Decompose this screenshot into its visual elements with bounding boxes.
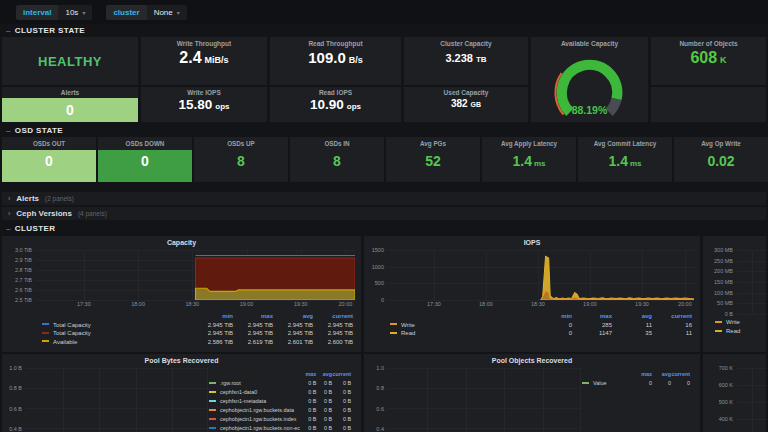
legend-value: 35 (612, 329, 652, 338)
osds-down-panel[interactable]: OSDs DOWN 0 (98, 137, 192, 182)
series-color-dash (209, 400, 216, 402)
series-color-dash (582, 382, 589, 384)
y-tick-label: 1500 (372, 247, 384, 253)
cluster-charts-row-1: Capacity 3.0 TiB2.9 TiB2.8 TiB2.7 TiB2.6… (2, 236, 766, 352)
pool-objects-chart-plot[interactable] (388, 368, 582, 432)
panel-title: Read Throughput (270, 37, 401, 49)
osds-up-panel[interactable]: OSDs UP 8 (194, 137, 288, 182)
legend-series-name[interactable]: cephobjectn1.rgw.buckets.non-ec (209, 424, 300, 432)
chart-plot[interactable] (737, 250, 766, 314)
legend-series-name[interactable]: cephfsn1-metadata (209, 397, 300, 406)
y-tick-label: 0.4 B (9, 426, 22, 432)
cluster-state-panels: HEALTHY Alerts 0 Write Throughput 2.4MiB… (2, 37, 766, 122)
legend-value: 2.945 TiB (233, 321, 273, 330)
pool-objects-recovered-panel[interactable]: Pool Objects Recovered 1.00.80.60.40.20 … (364, 354, 700, 432)
stat-unit: MiB/s (205, 55, 229, 65)
panel-title: Pool Objects Recovered (364, 354, 700, 366)
y-axis: 150010005000 (366, 250, 388, 300)
read-throughput-panel[interactable]: Read Throughput 109.0B/s (270, 37, 401, 85)
osds-out-panel[interactable]: OSDs OUT 0 (2, 137, 96, 182)
legend-series-name[interactable]: Write (715, 318, 766, 327)
available-capacity-gauge-panel[interactable]: Available Capacity 88.19% (531, 37, 648, 122)
empty-panel (651, 87, 766, 122)
y-tick-label: 3.0 TiB (15, 247, 32, 253)
legend-series-name[interactable]: Write (390, 321, 532, 330)
legend-row: .rgw.root0 B0 B0 B (209, 379, 351, 388)
legend-series-name[interactable]: .rgw.root (209, 379, 300, 388)
stat-value: 608 (690, 49, 717, 67)
legend-row: Read011473511 (390, 329, 692, 338)
series-color-dash (42, 340, 49, 342)
chart-plot[interactable] (737, 368, 766, 432)
avg-op-write-panel[interactable]: Avg Op Write 0.02 (674, 137, 768, 182)
legend-series-name[interactable]: Read (390, 329, 532, 338)
legend-series-name[interactable]: cephfsn1-data0 (209, 388, 300, 397)
legend-value: 2.945 TiB (273, 329, 313, 338)
avg-pgs-panel[interactable]: Avg PGs 52 (386, 137, 480, 182)
chart-legend: maxavgcurrentValue000 (582, 368, 694, 432)
interval-variable-dropdown[interactable]: interval 10s ▾ (16, 5, 92, 20)
objects-chart-panel-cut[interactable]: 700 K600 K500 K400 K300 K200 K100 K (703, 354, 766, 432)
stat-value: 10.90 (310, 97, 344, 112)
y-tick-label: 0.6 B (9, 406, 22, 412)
legend-value: 0 B (332, 397, 351, 406)
avg-commit-latency-panel[interactable]: Avg Commit Latency 1.4ms (578, 137, 672, 182)
legend-value: 2.945 TiB (233, 329, 273, 338)
stat-value: 8 (333, 153, 341, 169)
pool-bytes-recovered-panel[interactable]: Pool Bytes Recovered 1.0 B0.8 B0.6 B0.4 … (2, 354, 361, 432)
stat-unit: B/s (349, 55, 363, 65)
panel-title: Read IOPS (270, 87, 401, 97)
legend-series-name[interactable]: cephobjectn1.rgw.buckets.data (209, 406, 300, 415)
x-tick-label: 19:30 (635, 301, 649, 307)
section-header-cluster-state[interactable]: – CLUSTER STATE (0, 24, 768, 36)
iops-chart-panel[interactable]: IOPS 150010005000 17:3018:0018:3019:0019… (364, 236, 700, 352)
panel-title: OSDs OUT (2, 137, 96, 150)
alerts-panel[interactable]: Alerts 0 (2, 87, 138, 122)
chart-legend: minmaxavgcurrentTotal Capacity2.945 TiB2… (2, 310, 361, 348)
x-tick-label: 19:00 (583, 301, 597, 307)
cluster-variable-dropdown[interactable]: cluster None ▾ (106, 5, 186, 20)
section-header-osd-state[interactable]: – OSD STATE (0, 124, 768, 136)
section-header-cluster[interactable]: – CLUSTER (0, 222, 768, 234)
collapsed-section-alerts[interactable]: › Alerts (2 panels) (2, 192, 766, 205)
write-throughput-panel[interactable]: Write Throughput 2.4MiB/s (141, 37, 267, 85)
legend-value: 0 B (332, 379, 351, 388)
panel-count: (2 panels) (45, 195, 74, 202)
y-tick-label: 0.4 (376, 426, 384, 432)
chart-legend: maxavgcurrent.rgw.root0 B0 B0 Bcephfsn1-… (209, 368, 355, 432)
iops-chart-plot[interactable] (388, 250, 694, 300)
legend-series-name[interactable]: Value (582, 379, 633, 388)
chart-legend: minmaxavgcurrentWrite02851116Read0114735… (364, 310, 700, 340)
number-of-objects-panel[interactable]: Number of Objects 608K (651, 37, 766, 85)
capacity-chart-plot[interactable] (36, 250, 355, 300)
read-iops-panel[interactable]: Read IOPS 10.90ops (270, 87, 401, 122)
health-status-panel[interactable]: HEALTHY (2, 37, 138, 85)
series-color-dash (209, 382, 216, 384)
legend-series-name[interactable]: Read (715, 327, 766, 336)
capacity-chart-panel[interactable]: Capacity 3.0 TiB2.9 TiB2.8 TiB2.7 TiB2.6… (2, 236, 361, 352)
throughput-chart-panel-cut[interactable]: 300 MB250 MB200 MB150 MB100 MB50 MB0 B W… (703, 236, 766, 352)
legend-value: 0 B (332, 388, 351, 397)
y-tick-label: 2.7 TiB (15, 277, 32, 283)
used-capacity-panel[interactable]: Used Capacity 382GB (404, 87, 528, 122)
osds-in-panel[interactable]: OSDs IN 8 (290, 137, 384, 182)
panel-title: Avg Op Write (674, 137, 768, 150)
legend-series-name[interactable]: Total Capacity (42, 329, 193, 338)
avg-apply-latency-panel[interactable]: Avg Apply Latency 1.4ms (482, 137, 576, 182)
legend-value: 285 (572, 321, 612, 330)
collapsed-section-ceph-versions[interactable]: › Ceph Versions (4 panels) (2, 207, 766, 220)
pool-bytes-chart-plot[interactable] (26, 368, 209, 432)
legend-series-name[interactable]: Total Capacity (42, 321, 193, 330)
legend-column-header: max (233, 312, 273, 321)
legend-series-name[interactable]: Available (42, 338, 193, 347)
legend-series-name[interactable]: cephobjectn1.rgw.buckets.index (209, 415, 300, 424)
write-iops-panel[interactable]: Write IOPS 15.80ops (141, 87, 267, 122)
y-tick-label: 1.0 B (9, 365, 22, 371)
legend-value: 0 B (300, 406, 316, 415)
cluster-capacity-panel[interactable]: Cluster Capacity 3.238TB (404, 37, 528, 85)
y-tick-label: 50 MB (717, 300, 733, 306)
series-color-dash (390, 323, 397, 325)
y-tick-label: 1000 (372, 264, 384, 270)
legend-row: cephfsn1-metadata0 B0 B0 B (209, 397, 351, 406)
legend-value: 2.945 TiB (313, 329, 353, 338)
